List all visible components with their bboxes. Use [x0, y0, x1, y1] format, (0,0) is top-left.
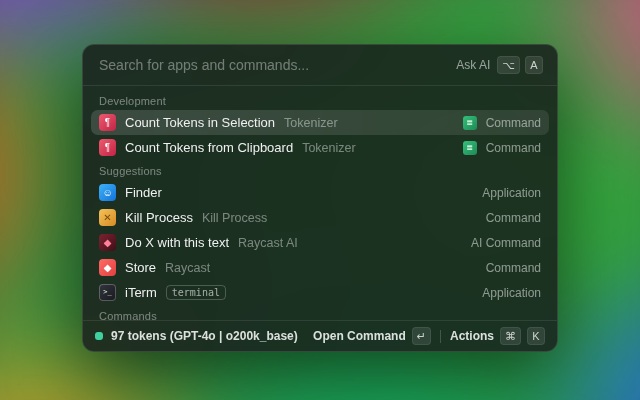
footer-bar: 97 tokens (GPT-4o | o200k_base) Open Com…: [83, 320, 557, 351]
list-item[interactable]: ◆Do X with this textRaycast AIAI Command: [91, 230, 549, 255]
footer-status-text: 97 tokens (GPT-4o | o200k_base): [111, 329, 298, 343]
command-green-icon: ≣: [463, 141, 477, 155]
ask-ai-label: Ask AI: [456, 58, 490, 72]
open-command-button[interactable]: Open Command: [313, 329, 406, 343]
search-input[interactable]: [97, 56, 448, 74]
footer-actions: Open Command ↵ Actions ⌘ K: [313, 327, 545, 345]
item-subtitle: Raycast: [165, 261, 210, 275]
item-subtitle: Kill Process: [202, 211, 267, 225]
store-icon: ◆: [99, 259, 116, 276]
cmd-key: ⌘: [500, 327, 521, 345]
results-list: Development¶Count Tokens in SelectionTok…: [83, 86, 557, 320]
item-title: Do X with this text: [125, 235, 229, 250]
section-header: Commands: [91, 305, 549, 320]
footer-divider: [440, 330, 441, 343]
k-key: K: [527, 327, 545, 345]
list-item[interactable]: ¶Count Tokens from ClipboardTokenizer≣Co…: [91, 135, 549, 160]
item-title: Count Tokens in Selection: [125, 115, 275, 130]
tokenizer-icon: ¶: [99, 139, 116, 156]
command-green-icon: ≣: [463, 116, 477, 130]
item-type-label: Command: [486, 141, 541, 155]
finder-icon: ☺: [99, 184, 116, 201]
section-header: Suggestions: [91, 160, 549, 180]
a-key: A: [525, 56, 543, 74]
kill-process-icon: ✕: [99, 209, 116, 226]
section-header: Development: [91, 90, 549, 110]
enter-key: ↵: [412, 327, 431, 345]
search-bar: Ask AI ⌥ A: [83, 45, 557, 86]
item-title: Count Tokens from Clipboard: [125, 140, 293, 155]
item-subtitle: Tokenizer: [302, 141, 356, 155]
item-type-label: AI Command: [471, 236, 541, 250]
item-title: Finder: [125, 185, 162, 200]
item-type-label: Application: [482, 186, 541, 200]
item-title: Store: [125, 260, 156, 275]
raycast-ai-icon: ◆: [99, 234, 116, 251]
item-title: Kill Process: [125, 210, 193, 225]
ask-ai-button[interactable]: Ask AI ⌥ A: [456, 56, 543, 74]
list-item[interactable]: ◆StoreRaycastCommand: [91, 255, 549, 280]
list-item[interactable]: ¶Count Tokens in SelectionTokenizer≣Comm…: [91, 110, 549, 135]
tokenizer-icon: ¶: [99, 114, 116, 131]
item-subtitle: Tokenizer: [284, 116, 338, 130]
actions-button[interactable]: Actions: [450, 329, 494, 343]
item-type-label: Application: [482, 286, 541, 300]
option-key: ⌥: [497, 56, 520, 74]
raycast-window: Ask AI ⌥ A Development¶Count Tokens in S…: [82, 44, 558, 352]
item-type-label: Command: [486, 261, 541, 275]
item-type-label: Command: [486, 211, 541, 225]
item-title: iTerm: [125, 285, 157, 300]
extension-dot-icon: [95, 332, 103, 340]
item-tag-badge: terminal: [166, 285, 226, 300]
item-subtitle: Raycast AI: [238, 236, 298, 250]
list-item[interactable]: ✕Kill ProcessKill ProcessCommand: [91, 205, 549, 230]
list-item[interactable]: >_iTermterminalApplication: [91, 280, 549, 305]
item-type-label: Command: [486, 116, 541, 130]
list-item[interactable]: ☺FinderApplication: [91, 180, 549, 205]
iterm-icon: >_: [99, 284, 116, 301]
